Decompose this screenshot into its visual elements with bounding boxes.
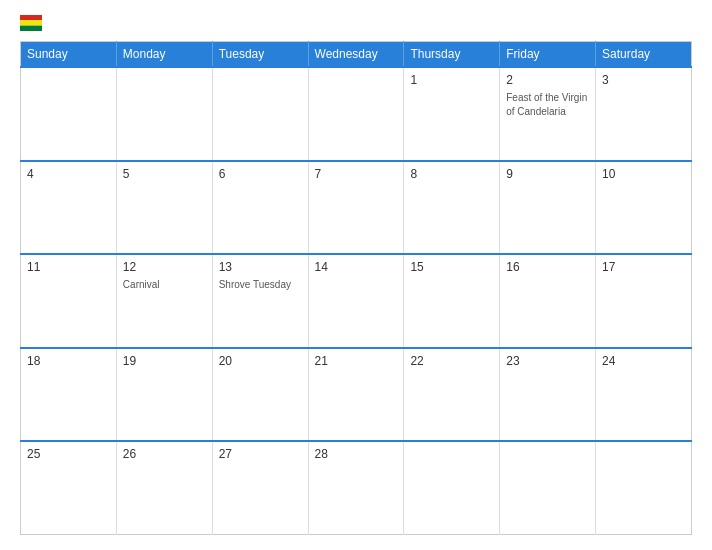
day-number: 13 [219, 260, 302, 274]
calendar-week-4: 25262728 [21, 441, 692, 535]
calendar-cell: 25 [21, 441, 117, 535]
calendar-cell: 19 [116, 348, 212, 442]
logo [20, 15, 50, 31]
calendar-cell [500, 441, 596, 535]
calendar-cell: 3 [596, 67, 692, 161]
calendar-cell: 10 [596, 161, 692, 255]
day-number: 17 [602, 260, 685, 274]
calendar-cell: 23 [500, 348, 596, 442]
day-number: 24 [602, 354, 685, 368]
calendar-table: SundayMondayTuesdayWednesdayThursdayFrid… [20, 41, 692, 535]
calendar-cell: 14 [308, 254, 404, 348]
calendar-cell: 21 [308, 348, 404, 442]
calendar-cell: 7 [308, 161, 404, 255]
day-number: 9 [506, 167, 589, 181]
day-number: 10 [602, 167, 685, 181]
calendar-header-row: SundayMondayTuesdayWednesdayThursdayFrid… [21, 42, 692, 68]
day-number: 21 [315, 354, 398, 368]
svg-rect-0 [20, 15, 42, 20]
calendar-week-1: 45678910 [21, 161, 692, 255]
day-number: 1 [410, 73, 493, 87]
calendar-header-tuesday: Tuesday [212, 42, 308, 68]
calendar-cell: 9 [500, 161, 596, 255]
svg-rect-1 [20, 20, 42, 25]
calendar-header-wednesday: Wednesday [308, 42, 404, 68]
day-number: 18 [27, 354, 110, 368]
day-number: 12 [123, 260, 206, 274]
day-number: 20 [219, 354, 302, 368]
calendar-cell [116, 67, 212, 161]
calendar-cell: 4 [21, 161, 117, 255]
day-number: 16 [506, 260, 589, 274]
day-number: 23 [506, 354, 589, 368]
calendar-header-friday: Friday [500, 42, 596, 68]
calendar-cell: 1 [404, 67, 500, 161]
calendar-cell [404, 441, 500, 535]
calendar-week-2: 1112Carnival13Shrove Tuesday14151617 [21, 254, 692, 348]
day-number: 27 [219, 447, 302, 461]
calendar-cell: 20 [212, 348, 308, 442]
calendar-cell: 28 [308, 441, 404, 535]
calendar-cell: 16 [500, 254, 596, 348]
calendar-header-sunday: Sunday [21, 42, 117, 68]
day-event: Feast of the Virgin of Candelaria [506, 92, 587, 117]
day-number: 4 [27, 167, 110, 181]
calendar-cell: 11 [21, 254, 117, 348]
logo-flag-icon [20, 15, 42, 31]
calendar-cell: 6 [212, 161, 308, 255]
day-event: Shrove Tuesday [219, 279, 291, 290]
calendar-cell: 13Shrove Tuesday [212, 254, 308, 348]
day-number: 19 [123, 354, 206, 368]
calendar-cell: 17 [596, 254, 692, 348]
day-number: 5 [123, 167, 206, 181]
day-number: 15 [410, 260, 493, 274]
calendar-cell: 27 [212, 441, 308, 535]
svg-rect-2 [20, 26, 42, 31]
calendar-cell: 24 [596, 348, 692, 442]
day-number: 25 [27, 447, 110, 461]
day-number: 3 [602, 73, 685, 87]
calendar-cell [308, 67, 404, 161]
day-event: Carnival [123, 279, 160, 290]
calendar-cell: 18 [21, 348, 117, 442]
calendar-cell: 26 [116, 441, 212, 535]
calendar-week-0: 12Feast of the Virgin of Candelaria3 [21, 67, 692, 161]
calendar-cell: 12Carnival [116, 254, 212, 348]
page: SundayMondayTuesdayWednesdayThursdayFrid… [0, 0, 712, 550]
header [20, 15, 692, 31]
calendar-header-monday: Monday [116, 42, 212, 68]
calendar-header-saturday: Saturday [596, 42, 692, 68]
calendar-cell: 15 [404, 254, 500, 348]
day-number: 2 [506, 73, 589, 87]
calendar-cell [21, 67, 117, 161]
calendar-cell [212, 67, 308, 161]
calendar-week-3: 18192021222324 [21, 348, 692, 442]
day-number: 26 [123, 447, 206, 461]
day-number: 22 [410, 354, 493, 368]
calendar-cell: 5 [116, 161, 212, 255]
day-number: 11 [27, 260, 110, 274]
calendar-cell: 8 [404, 161, 500, 255]
day-number: 7 [315, 167, 398, 181]
day-number: 8 [410, 167, 493, 181]
calendar-cell: 2Feast of the Virgin of Candelaria [500, 67, 596, 161]
calendar-cell: 22 [404, 348, 500, 442]
day-number: 14 [315, 260, 398, 274]
day-number: 6 [219, 167, 302, 181]
calendar-cell [596, 441, 692, 535]
calendar-header-thursday: Thursday [404, 42, 500, 68]
day-number: 28 [315, 447, 398, 461]
